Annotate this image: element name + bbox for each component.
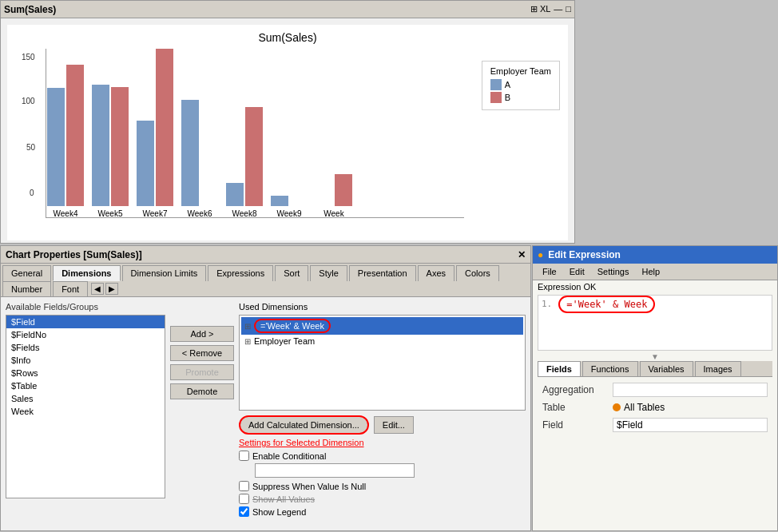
field-item-stable[interactable]: $Table	[6, 379, 165, 392]
field-item-sinfo[interactable]: $Info	[6, 354, 165, 367]
tab-expressions[interactable]: Expressions	[208, 265, 273, 281]
field-item-week[interactable]: Week	[6, 405, 165, 418]
bar-group-week5: Week5	[92, 85, 129, 218]
xl-icon[interactable]: ⊞ XL	[530, 4, 551, 14]
chart-legend: Employer Team A B	[482, 61, 560, 110]
bar-week8-b	[245, 107, 263, 206]
bar-week8-a	[226, 183, 244, 206]
add-calc-dim-button[interactable]: Add Calculated Dimension...	[239, 415, 369, 435]
prop-field-label: Field	[542, 419, 606, 431]
field-item-sfieldno[interactable]: $FieldNo	[6, 328, 165, 341]
show-legend-checkbox[interactable]	[239, 506, 249, 517]
show-all-checkbox[interactable]	[239, 494, 249, 504]
menu-settings[interactable]: Settings	[591, 265, 636, 278]
expr-tab-images[interactable]: Images	[695, 361, 741, 376]
prop-aggregation-row: Aggregation	[538, 380, 772, 399]
expr-tab-fields[interactable]: Fields	[538, 361, 581, 376]
middle-panel: Add > < Remove Promote Demote	[170, 302, 234, 532]
field-item-sfields[interactable]: $Fields	[6, 341, 165, 354]
close-button[interactable]: ✕	[518, 249, 526, 260]
available-fields-label: Available Fields/Groups	[6, 302, 165, 312]
tab-dimension-limits[interactable]: Dimension Limits	[122, 265, 207, 281]
tab-presentation[interactable]: Presentation	[349, 265, 416, 281]
legend-color-a	[490, 79, 502, 90]
chart-window: Sum(Sales) ⊞ XL — □ Sum(Sales) Employer …	[0, 0, 575, 244]
enable-conditional-row: Enable Conditional	[239, 451, 526, 461]
settings-label: Settings for Selected Dimension	[239, 438, 526, 447]
y-label-0: 0	[30, 189, 34, 197]
dim-item-employer-team[interactable]: ⊞ Employer Team	[241, 335, 523, 347]
legend-item-b: B	[490, 92, 551, 103]
tab-number[interactable]: Number	[2, 281, 51, 296]
show-legend-label: Show Legend	[252, 507, 306, 517]
field-item-sales[interactable]: Sales	[6, 392, 165, 405]
tab-general[interactable]: General	[2, 265, 51, 281]
conditional-input[interactable]	[255, 463, 415, 478]
tab-axes[interactable]: Axes	[418, 265, 454, 281]
prop-aggregation-value[interactable]	[613, 383, 768, 397]
bar-group-week: Week	[316, 174, 352, 218]
tab-colors[interactable]: Colors	[456, 265, 499, 281]
legend-label-b: B	[505, 93, 510, 102]
bar-week7-b	[156, 49, 173, 206]
prop-field-value[interactable]: $Field	[613, 418, 768, 432]
edit-expr-menubar: File Edit Settings Help	[533, 264, 777, 280]
tab-prev[interactable]: ◀	[91, 283, 104, 295]
tab-sort[interactable]: Sort	[275, 265, 308, 281]
used-dims-list[interactable]: ⊞ ='Week' & Week ⊞ Employer Team	[239, 315, 526, 411]
fields-list[interactable]: $Field $FieldNo $Fields $Info $Rows $Tab…	[6, 315, 165, 498]
field-item-sfield[interactable]: $Field	[6, 316, 165, 328]
menu-edit[interactable]: Edit	[563, 265, 591, 278]
bar-week9-a	[271, 196, 288, 206]
bar-week7-a	[137, 121, 154, 206]
expr-properties: Aggregation Table All Tables Field $Fiel…	[533, 377, 777, 438]
edit-button[interactable]: Edit...	[374, 416, 414, 434]
bar-group-week8: Week8	[226, 107, 263, 218]
add-button[interactable]: Add >	[170, 326, 234, 342]
edit-expression-window: ● Edit Expression File Edit Settings Hel…	[532, 245, 778, 531]
radio-dot[interactable]	[613, 403, 621, 411]
expression-text: ='Week' & Week	[558, 296, 655, 313]
promote-button[interactable]: Promote	[170, 364, 234, 380]
bar-week5-a	[92, 85, 109, 206]
expand-icon: ⊞	[244, 322, 251, 331]
minimize-icon[interactable]: —	[554, 4, 562, 14]
legend-title: Employer Team	[490, 66, 551, 76]
dim-item-week-expr[interactable]: ⊞ ='Week' & Week	[241, 317, 523, 335]
dialog-body: Available Fields/Groups $Field $FieldNo …	[1, 297, 530, 532]
y-axis	[46, 49, 46, 218]
bar-pair-week8	[226, 107, 263, 206]
bar-pair-week9	[271, 196, 308, 206]
dim-employer-text: Employer Team	[254, 336, 315, 346]
bar-pair-week4	[47, 65, 84, 206]
chart-window-title: Sum(Sales)	[4, 4, 56, 15]
tab-font[interactable]: Font	[53, 281, 88, 296]
code-area[interactable]: 1. ='Week' & Week	[538, 295, 772, 351]
legend-color-b	[490, 92, 502, 103]
line-number: 1.	[542, 299, 552, 347]
tab-next[interactable]: ▶	[105, 283, 118, 295]
bar-week5-b	[111, 87, 129, 206]
legend-label-a: A	[505, 80, 510, 89]
menu-file[interactable]: File	[536, 265, 563, 278]
menu-help[interactable]: Help	[635, 265, 666, 278]
field-item-srows[interactable]: $Rows	[6, 367, 165, 379]
show-all-row: Show All Values	[239, 494, 526, 504]
chart-title: Sum(Sales)	[7, 25, 568, 44]
maximize-icon[interactable]: □	[566, 4, 571, 14]
tab-style[interactable]: Style	[310, 265, 347, 281]
bar-group-week4: Week4	[47, 65, 84, 218]
demote-button[interactable]: Demote	[170, 383, 234, 399]
suppress-null-checkbox[interactable]	[239, 481, 249, 491]
calc-dim-row: Add Calculated Dimension... Edit...	[239, 415, 526, 435]
bar-group-week9: Week9	[271, 196, 308, 218]
tab-dimensions[interactable]: Dimensions	[53, 265, 120, 281]
remove-button[interactable]: < Remove	[170, 345, 234, 361]
y-label-50: 50	[26, 143, 35, 152]
edit-expr-titlebar: ● Edit Expression	[533, 246, 777, 264]
enable-conditional-checkbox[interactable]	[239, 451, 249, 461]
enable-conditional-label: Enable Conditional	[252, 451, 326, 461]
expr-tab-functions[interactable]: Functions	[582, 361, 638, 376]
chart-content: Sum(Sales) Employer Team A B 150 100 50 …	[7, 25, 568, 240]
expr-tab-variables[interactable]: Variables	[640, 361, 693, 376]
